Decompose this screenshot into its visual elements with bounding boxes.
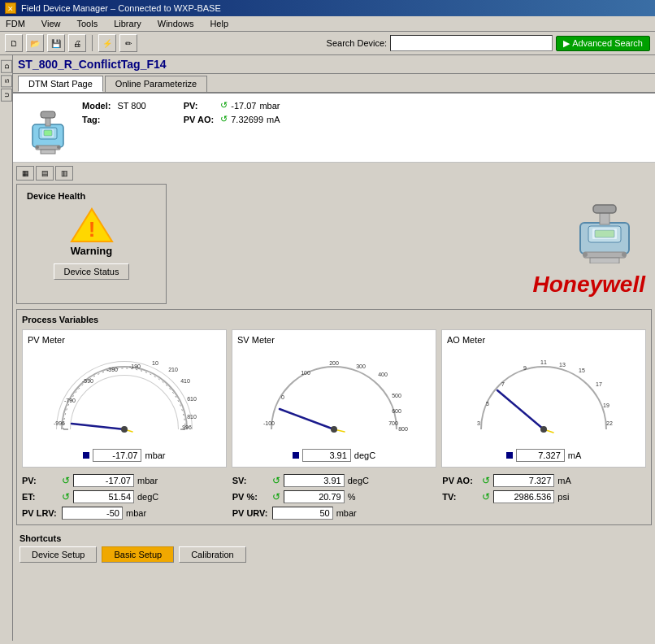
- pv-ao-val-field[interactable]: [493, 474, 554, 487]
- warning-triangle-svg: !: [70, 206, 114, 245]
- et-field[interactable]: [73, 490, 134, 503]
- svg-point-20: [583, 252, 588, 257]
- svg-text:22: 22: [606, 420, 613, 426]
- honeywell-device-svg: [564, 190, 645, 263]
- shortcuts-section: Shortcuts Device Setup Basic Setup Calib…: [16, 530, 652, 566]
- sv-gauge-indicator: [293, 452, 299, 459]
- pv-pct-row: PV %: ↺ %: [232, 490, 436, 503]
- sv-meter-title: SV Meter: [237, 335, 431, 345]
- ao-gauge-value: 7.327: [516, 449, 565, 462]
- calibration-button[interactable]: Calibration: [179, 546, 246, 563]
- pv-gauge-unit: mbar: [145, 450, 165, 460]
- sv-gauge-svg: -100 0 100 200 300 400 500 600 700 800: [257, 352, 411, 442]
- sv-field[interactable]: [284, 474, 345, 487]
- tv-row: TV: ↺ psi: [442, 490, 646, 503]
- view-btn-3[interactable]: ▥: [55, 166, 73, 181]
- pv-gauge-svg: -996 -790 -590 -390 -190 10 210 410 610 …: [47, 352, 202, 442]
- sv-gauge-unit: degC: [354, 450, 375, 460]
- et-row: ET: ↺ degC: [22, 490, 226, 503]
- view-btn-2[interactable]: ▤: [36, 166, 54, 181]
- ao-meter-box: AO Meter 3 5 7 9 11 13: [441, 329, 646, 468]
- et-unit: degC: [137, 492, 158, 502]
- left-sidebar: D S U: [0, 55, 13, 641]
- device-status-button[interactable]: Device Status: [54, 263, 130, 280]
- svg-rect-7: [41, 150, 55, 154]
- svg-text:610: 610: [187, 396, 197, 402]
- svg-point-21: [622, 252, 627, 257]
- pv-val-field[interactable]: [73, 474, 134, 487]
- pv-lrv-unit: mbar: [126, 508, 146, 518]
- pv-urv-label: PV URV:: [232, 508, 269, 518]
- pv-urv-field[interactable]: [272, 507, 333, 520]
- toolbar-print-btn[interactable]: 🖨: [68, 34, 86, 52]
- toolbar-open-btn[interactable]: 📂: [26, 34, 44, 52]
- menu-fdm[interactable]: FDM: [3, 18, 28, 29]
- svg-rect-19: [590, 258, 619, 263]
- pv-ao-row: PV AO: ↺ mA: [442, 474, 646, 487]
- pv-refresh-icon[interactable]: ↺: [220, 100, 228, 111]
- pv-val-unit: mbar: [137, 476, 158, 485]
- tab-online-parameterize[interactable]: Online Parameterize: [105, 76, 207, 92]
- svg-text:500: 500: [392, 393, 401, 398]
- menu-view[interactable]: View: [39, 18, 63, 29]
- search-button[interactable]: ▶ Advanced Search: [556, 36, 650, 51]
- pv-pct-refresh[interactable]: ↺: [272, 491, 280, 503]
- basic-setup-button[interactable]: Basic Setup: [102, 546, 174, 563]
- device-svg-icon: [24, 100, 72, 155]
- pv-ao-refresh-icon[interactable]: ↺: [220, 114, 228, 124]
- tv-refresh[interactable]: ↺: [482, 491, 490, 503]
- tv-field[interactable]: [493, 490, 554, 503]
- ao-gauge-container: 3 5 7 9 11 13 15 17 19 22: [447, 348, 640, 446]
- pv-lrv-label: PV LRV:: [22, 508, 59, 518]
- main-content: ▦ ▤ ▥ Device Health ! Warning: [13, 163, 655, 641]
- menu-bar: FDM View Tools Library Windows Help: [0, 16, 655, 32]
- toolbar-pencil-btn[interactable]: ✏: [119, 34, 137, 52]
- pv-ao-val-unit: mA: [557, 476, 571, 485]
- search-input[interactable]: [390, 35, 553, 51]
- toolbar-new-btn[interactable]: 🗋: [5, 34, 23, 52]
- pv-unit: mbar: [259, 101, 280, 111]
- ao-gauge-indicator: [506, 452, 513, 459]
- pv-ao-refresh[interactable]: ↺: [482, 475, 490, 486]
- svg-line-33: [72, 424, 124, 429]
- svg-line-61: [497, 390, 544, 429]
- pv-ao-unit: mA: [267, 115, 280, 124]
- sidebar-tab-st800[interactable]: S: [1, 75, 12, 87]
- sv-gauge-value: 3.91: [302, 449, 351, 462]
- sidebar-tab-d[interactable]: D: [1, 60, 12, 73]
- view-btn-1[interactable]: ▦: [16, 166, 34, 181]
- pv-lrv-field[interactable]: [62, 507, 123, 520]
- svg-text:!: !: [88, 217, 95, 242]
- svg-text:-790: -790: [64, 398, 76, 403]
- menu-tools[interactable]: Tools: [74, 18, 100, 29]
- et-refresh[interactable]: ↺: [62, 491, 70, 503]
- ao-gauge-svg: 3 5 7 9 11 13 15 17 19 22: [466, 352, 621, 442]
- pv-value: -17.07: [231, 101, 256, 111]
- sv-refresh[interactable]: ↺: [272, 475, 280, 486]
- device-icon-large: [21, 100, 74, 155]
- toolbar-connect-btn[interactable]: ⚡: [98, 34, 116, 52]
- svg-rect-5: [41, 111, 55, 118]
- svg-text:10: 10: [152, 360, 158, 366]
- menu-library[interactable]: Library: [111, 18, 144, 29]
- sv-gauge-value-row: 3.91 degC: [237, 449, 431, 462]
- tab-dtm-start-page[interactable]: DTM Start Page: [18, 76, 103, 92]
- svg-text:810: 810: [187, 414, 197, 420]
- device-setup-button[interactable]: Device Setup: [20, 546, 97, 563]
- svg-text:300: 300: [356, 363, 366, 369]
- svg-text:3: 3: [477, 420, 480, 426]
- pv-val-refresh[interactable]: ↺: [62, 475, 70, 486]
- pv-pct-field[interactable]: [284, 490, 345, 503]
- values-grid: PV: ↺ mbar ET: ↺ degC PV LRV:: [22, 474, 646, 520]
- pv-ao-val-label: PV AO:: [442, 476, 479, 485]
- shortcuts-title: Shortcuts: [20, 533, 648, 543]
- menu-help[interactable]: Help: [207, 18, 231, 29]
- menu-windows[interactable]: Windows: [155, 18, 197, 29]
- svg-rect-15: [595, 230, 614, 237]
- pv-ao-label-header: PV AO:: [184, 115, 215, 124]
- toolbar-save-btn[interactable]: 💾: [47, 34, 65, 52]
- pv-row: PV: ↺ mbar: [22, 474, 226, 487]
- svg-point-9: [57, 146, 60, 149]
- model-value: ST 800: [117, 101, 145, 111]
- sidebar-tab-u[interactable]: U: [1, 89, 12, 102]
